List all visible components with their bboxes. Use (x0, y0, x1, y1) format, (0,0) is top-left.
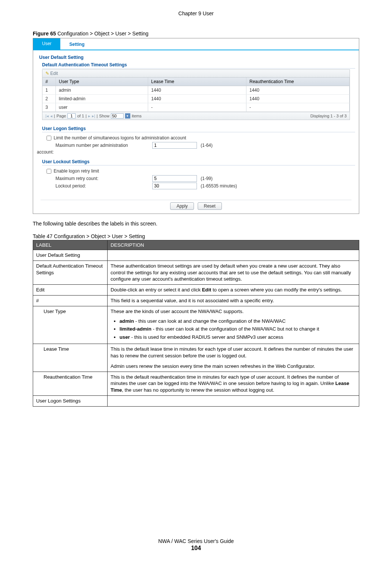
max-per-admin-range: (1-64) (201, 143, 213, 148)
page-number: 104 (0, 545, 392, 552)
pager-last-icon[interactable]: ▸| (92, 114, 95, 119)
pager-show-input[interactable] (111, 113, 124, 119)
lockout-period-label: Lockout period: (55, 183, 152, 189)
edit-icon: ✎ (45, 71, 49, 76)
cell-reauth-time: - (246, 103, 350, 111)
row-label: User Logon Settings (33, 396, 108, 407)
pager-items-label: items (132, 114, 141, 118)
grid-pager: |◂ ◂ | Page of 1 | ▸ ▸| | Show ▾ items (42, 112, 350, 120)
row-label: Lease Time (33, 344, 108, 372)
grid-header: # User Type Lease Time Reauthentication … (42, 78, 350, 86)
max-per-admin-input[interactable] (152, 142, 197, 149)
section-lockout-settings: User Lockout Settings (42, 159, 355, 165)
lockout-period-range: (1-65535 minutes) (201, 183, 237, 189)
table-row[interactable]: 3 user - - (42, 103, 350, 112)
cell-user-type: admin (56, 86, 148, 94)
chevron-down-icon[interactable]: ▾ (125, 113, 130, 119)
limit-logons-label: Limit the number of simultaneous logons … (54, 135, 186, 140)
row-desc: These are the kinds of user account the … (108, 306, 359, 344)
cell-idx: 3 (42, 103, 56, 111)
pager-next-icon[interactable]: ▸ (88, 114, 90, 119)
row-desc: Double-click an entry or select it and c… (108, 285, 359, 296)
account-suffix-label: account: (37, 149, 355, 155)
lockout-period-input[interactable] (152, 183, 197, 189)
row-label: Reauthentication Time (33, 372, 108, 395)
tab-setting[interactable]: Setting (60, 38, 93, 50)
row-label: User Type (33, 306, 108, 344)
row-desc: These authentication timeout settings ar… (108, 261, 359, 284)
figure-title: Configuration > Object > User > Setting (56, 31, 149, 37)
cell-idx: 2 (42, 95, 56, 103)
section-user-default: User Default Setting (39, 55, 355, 60)
max-per-admin-label: Maximum number per administration (55, 143, 152, 148)
section-auth-timeout: Default Authentication Timeout Settings (42, 62, 355, 69)
page-footer: NWA / WAC Series User's Guide 104 (0, 538, 392, 552)
figure-number: Figure 65 (33, 31, 56, 37)
pager-page-input[interactable] (67, 113, 76, 119)
row-desc: This is the default reauthentication tim… (108, 372, 359, 395)
table-row[interactable]: 1 admin 1440 1440 (42, 86, 350, 95)
tabs-bar: User Setting (33, 38, 359, 50)
max-retry-label: Maximum retry count: (55, 176, 152, 181)
doc-table: LABEL DESCRIPTION User Default Setting D… (33, 240, 359, 407)
row-desc (108, 396, 359, 407)
enable-retry-checkbox[interactable] (47, 169, 51, 174)
cell-idx: 1 (42, 86, 56, 94)
pager-show-label: Show (99, 114, 109, 118)
reset-button[interactable]: Reset (198, 202, 222, 210)
pager-display-text: Displaying 1 - 3 of 3 (310, 114, 347, 118)
row-label: Default Authentication Timeout Settings (33, 261, 108, 284)
cell-lease-time: 1440 (148, 95, 246, 103)
section-logon-settings: User Logon Settings (42, 126, 355, 132)
button-bar: Apply Reset (41, 200, 351, 210)
th-label: LABEL (33, 240, 108, 250)
timeout-grid: ✎Edit # User Type Lease Time Reauthentic… (42, 69, 350, 120)
tab-user[interactable]: User (33, 38, 60, 50)
screenshot: User Setting User Default Setting Defaul… (33, 38, 359, 214)
row-desc (108, 250, 359, 261)
max-retry-range: (1-99) (201, 176, 213, 181)
pager-page-total: of 1 (77, 114, 84, 118)
row-label: # (33, 296, 108, 306)
col-header-idx: # (42, 78, 56, 86)
edit-button[interactable]: Edit (50, 71, 58, 76)
col-header-lease-time: Lease Time (148, 78, 246, 86)
figure-caption: Figure 65 Configuration > Object > User … (33, 31, 359, 37)
table-caption: Table 47 Configuration > Object > User >… (33, 233, 359, 239)
max-retry-input[interactable] (152, 175, 197, 182)
cell-reauth-time: 1440 (246, 95, 350, 103)
page-header: Chapter 9 User (0, 0, 392, 20)
cell-user-type: limited-admin (56, 95, 148, 103)
row-desc: This field is a sequential value, and it… (108, 296, 359, 306)
enable-retry-label: Enable logon retry limit (54, 168, 99, 174)
cell-user-type: user (56, 103, 148, 111)
limit-logons-checkbox[interactable] (47, 136, 51, 140)
row-desc: This is the default lease time in minute… (108, 344, 359, 372)
guide-title: NWA / WAC Series User's Guide (0, 538, 392, 544)
pager-prev-icon[interactable]: ◂ (50, 114, 52, 119)
pager-first-icon[interactable]: |◂ (45, 114, 49, 119)
cell-reauth-time: 1440 (246, 86, 350, 94)
col-header-user-type: User Type (56, 78, 148, 86)
cell-lease-time: 1440 (148, 86, 246, 94)
grid-toolbar: ✎Edit (42, 70, 350, 78)
chapter-title: Chapter 9 User (178, 10, 214, 16)
row-label: Edit (33, 285, 108, 296)
body-paragraph: The following table describes the labels… (33, 221, 359, 227)
apply-button[interactable]: Apply (170, 202, 194, 210)
cell-lease-time: - (148, 103, 246, 111)
pager-page-label: Page (57, 114, 66, 118)
col-header-reauth-time: Reauthentication Time (246, 78, 350, 86)
table-row[interactable]: 2 limited-admin 1440 1440 (42, 95, 350, 103)
row-label: User Default Setting (33, 250, 108, 261)
th-description: DESCRIPTION (108, 240, 359, 250)
